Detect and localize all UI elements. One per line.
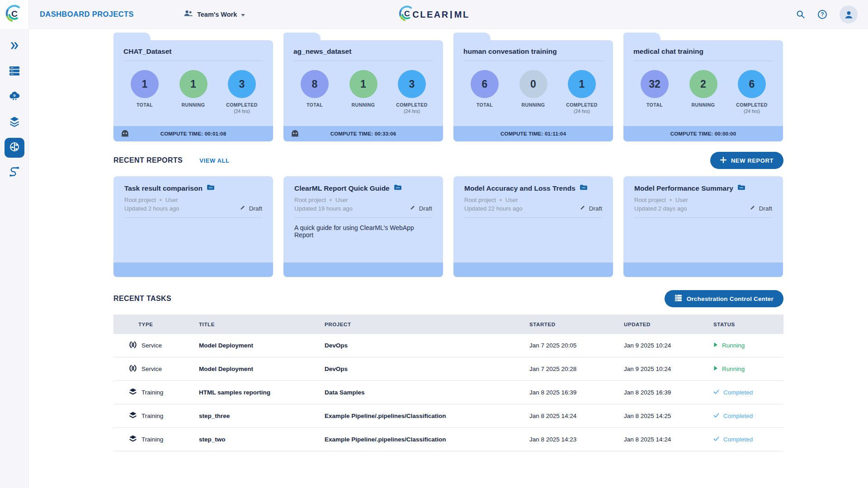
total-count: 6 [471, 70, 499, 98]
profile-avatar[interactable] [840, 5, 858, 23]
report-project: Root project [294, 197, 326, 203]
report-card[interactable]: Task result comparison Root project User… [113, 176, 273, 277]
table-header-row: TYPE TITLE PROJECT STARTED UPDATED STATU… [113, 314, 783, 334]
total-count: 32 [641, 70, 669, 98]
sidebar-item-pipelines[interactable] [5, 163, 24, 183]
folder-tab [283, 33, 321, 41]
divider [123, 61, 263, 61]
training-type-icon [129, 388, 137, 397]
pipelines-icon [9, 166, 20, 180]
report-updated: Updated 22 hours ago [464, 205, 523, 212]
compute-time-bar: COMPUTE TIME: 00:01:08 [113, 126, 273, 141]
service-type-icon [129, 341, 137, 350]
page-title: DASHBOARD PROJECTS [40, 10, 134, 19]
running-icon [713, 366, 718, 372]
stat-running: 1 RUNNING [173, 70, 214, 114]
completed-count: 1 [568, 70, 596, 98]
project-name: human convesation training [453, 40, 613, 56]
topbar: C DASHBOARD PROJECTS Team's Work C [0, 0, 868, 29]
folder-tab [453, 33, 491, 41]
project-card[interactable]: CHAT_Dataset 1 TOTAL 1 RUNNING 3 COMPLET… [113, 40, 273, 141]
stat-completed: 3 COMPLETED (24 hrs) [392, 70, 432, 114]
stat-total: 6 TOTAL [464, 70, 505, 114]
running-count: 0 [519, 70, 547, 98]
new-report-button[interactable]: NEW REPORT [710, 152, 783, 169]
svg-text:?: ? [821, 11, 824, 18]
running-count: 2 [689, 70, 717, 98]
svg-text:C: C [404, 9, 410, 18]
report-card[interactable]: ClearML Report Quick Guide Root project … [283, 176, 443, 277]
pencil-icon [410, 205, 415, 212]
sidebar-item-queues[interactable] [5, 62, 24, 82]
report-updated: Updated 19 hours ago [294, 205, 353, 212]
completed-count: 3 [398, 70, 426, 98]
report-title: Model Accuracy and Loss Trends [464, 184, 576, 192]
report-project: Root project [464, 197, 496, 203]
sidebar [0, 29, 29, 488]
report-author: User [505, 197, 518, 203]
task-updated: Jan 8 2025 14:25 [624, 413, 713, 419]
report-footer-bar [453, 263, 613, 277]
task-project: DevOps [325, 342, 529, 349]
task-project: Data Samples [325, 389, 529, 396]
report-description: A quick guide for using ClearML's WebApp… [294, 224, 432, 239]
sidebar-item-datasets[interactable] [5, 113, 24, 132]
report-updated: Updated 2 hours ago [124, 205, 179, 212]
divider [293, 61, 433, 61]
team-icon [184, 9, 193, 19]
task-title: HTML samples reporting [199, 389, 325, 396]
app-logo[interactable]: C [0, 0, 29, 29]
recent-tasks-table: TYPE TITLE PROJECT STARTED UPDATED STATU… [113, 314, 783, 451]
task-title: Model Deployment [199, 366, 325, 372]
ghost-icon [121, 129, 129, 139]
stat-completed: 3 COMPLETED (24 hrs) [222, 70, 262, 114]
compute-time-bar: COMPUTE TIME: 01:11:04 [453, 126, 613, 141]
search-icon[interactable] [796, 10, 805, 19]
chevron-down-icon [241, 10, 245, 19]
clearml-logo-icon: C [5, 4, 24, 25]
training-type-icon [129, 435, 137, 444]
stat-total: 8 TOTAL [294, 70, 335, 114]
stat-total: 32 TOTAL [634, 70, 675, 114]
table-row[interactable]: Training HTML samples reporting Data Sam… [113, 381, 783, 404]
check-icon [713, 436, 719, 443]
check-icon [713, 413, 719, 419]
divider [463, 61, 603, 61]
table-row[interactable]: Service Model Deployment DevOps Jan 7 20… [113, 357, 783, 381]
report-card[interactable]: Model Accuracy and Loss Trends Root proj… [453, 176, 613, 277]
table-row[interactable]: Training step_three Example Pipeline/.pi… [113, 404, 783, 428]
task-updated: Jan 9 2025 10:24 [624, 366, 713, 372]
task-started: Jan 8 2025 16:39 [529, 389, 624, 396]
reports-view-all-link[interactable]: VIEW ALL [199, 157, 229, 164]
project-card[interactable]: human convesation training 6 TOTAL 0 RUN… [453, 40, 613, 141]
report-card[interactable]: Model Performance Summary Root project U… [623, 176, 783, 277]
sidebar-expand-button[interactable] [5, 37, 24, 56]
team-selector[interactable]: Team's Work [184, 9, 245, 19]
status-badge: Draft [410, 205, 432, 212]
table-row[interactable]: Service Model Deployment DevOps Jan 7 20… [113, 334, 783, 357]
report-project: Root project [634, 197, 666, 203]
report-folder-icon [394, 184, 402, 192]
table-row[interactable]: Training step_two Example Pipeline/.pipe… [113, 428, 783, 451]
ghost-icon [291, 129, 299, 139]
stat-running: 0 RUNNING [513, 70, 554, 114]
project-name: CHAT_Dataset [113, 40, 273, 56]
help-icon[interactable]: ? [817, 9, 827, 19]
col-type: TYPE [129, 322, 199, 327]
compute-time-bar: COMPUTE TIME: 00:33:06 [283, 126, 443, 141]
task-started: Jan 8 2025 14:24 [529, 413, 624, 419]
col-project: PROJECT [325, 322, 529, 327]
sidebar-item-projects[interactable] [5, 138, 24, 158]
status-badge: Draft [750, 205, 772, 212]
plus-icon [720, 157, 726, 164]
project-card[interactable]: ag_news_dataset 8 TOTAL 1 RUNNING 3 COMP… [283, 40, 443, 141]
project-card[interactable]: medical chat training 32 TOTAL 2 RUNNING… [623, 40, 783, 141]
sidebar-item-workers[interactable] [5, 87, 24, 107]
task-project: Example Pipeline/.pipelines/Classificati… [325, 436, 529, 443]
service-type-icon [129, 364, 137, 374]
task-title: step_three [199, 413, 325, 419]
completed-count: 3 [228, 70, 256, 98]
dot-separator [670, 199, 672, 201]
report-folder-icon [580, 184, 588, 192]
orchestration-control-center-button[interactable]: Orchestration Control Center [665, 290, 783, 307]
